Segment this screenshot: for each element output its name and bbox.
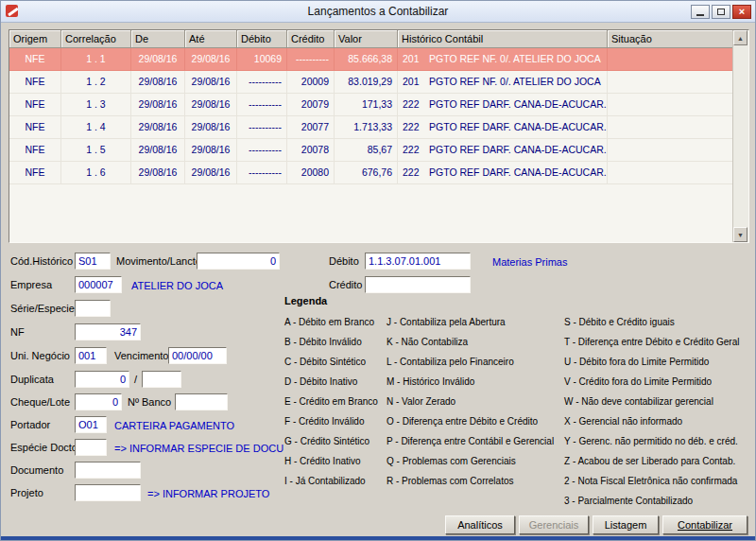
column-header-correlacao[interactable]: Correlação (61, 30, 131, 48)
table-row[interactable]: NFE 1 . 1 29/08/16 29/08/16 10069 ------… (9, 48, 733, 71)
table-row[interactable]: NFE 1 . 5 29/08/16 29/08/16 ---------- 2… (9, 139, 733, 162)
cell-de: 29/08/16 (131, 48, 185, 71)
column-header-situacao[interactable]: Situação (608, 30, 733, 48)
legend-item: H - Crédito Inativo (284, 451, 378, 471)
cell-debito: ---------- (237, 139, 287, 162)
cell-origem: NFE (9, 162, 61, 184)
serie-especie-label: Série/Especie (10, 303, 75, 314)
column-header-debito[interactable]: Débito (237, 30, 287, 48)
cell-situacao (608, 71, 733, 94)
legend-item: 3 - Parcialmente Contabilizado (564, 491, 739, 511)
cell-de: 29/08/16 (131, 116, 185, 139)
vertical-scrollbar[interactable]: ▲ ▼ (732, 30, 748, 242)
cell-valor: 1.713,33 (335, 116, 398, 139)
cell-origem: NFE (9, 48, 61, 71)
analiticos-button[interactable]: Analíticos (445, 515, 515, 534)
cell-debito: ---------- (237, 162, 287, 184)
num-banco-input[interactable] (175, 393, 228, 410)
column-header-credito[interactable]: Crédito (287, 30, 335, 48)
cell-credito: ---------- (287, 48, 335, 71)
movimento-label: Movimento/Lancto (116, 255, 201, 267)
minimize-icon (696, 14, 704, 16)
table-row[interactable]: NFE 1 . 3 29/08/16 29/08/16 ---------- 2… (9, 94, 733, 116)
cell-origem: NFE (9, 139, 61, 162)
scroll-down-button[interactable]: ▼ (733, 227, 747, 242)
projeto-input[interactable] (75, 484, 141, 501)
portador-label: Portador (10, 419, 50, 430)
minimize-button[interactable] (691, 5, 710, 19)
empresa-hint: ATELIER DO JOCA (131, 280, 223, 291)
legend-item: D - Débito Inativo (284, 372, 378, 392)
cell-origem: NFE (9, 71, 61, 94)
movimento-input[interactable] (197, 253, 280, 270)
legend-item: C - Débito Sintético (284, 352, 378, 372)
uni-negocio-label: Uni. Negócio (10, 350, 70, 361)
column-header-origem[interactable]: Origem (9, 30, 61, 48)
cell-situacao (608, 48, 733, 71)
documento-input[interactable] (75, 462, 141, 479)
gerenciais-button[interactable]: Gerenciais (519, 515, 589, 534)
legend-item: L - Contabiliza pelo Financeiro (387, 352, 554, 372)
close-button[interactable]: × (732, 5, 751, 19)
legend-column-2: J - Contabiliza pela Abertura K - Não Co… (387, 312, 554, 491)
especie-docto-label: Espécie Docto (10, 442, 77, 453)
cell-historico: 222PGTO REF DARF. CANA-DE-ACUCAR. (398, 162, 608, 184)
cell-historico: 201PGTO REF NF. 0/. ATELIER DO JOCA (398, 71, 608, 94)
cell-ate: 29/08/16 (185, 71, 237, 94)
maximize-icon (717, 9, 725, 15)
cell-correlacao: 1 . 1 (61, 48, 131, 71)
table-row[interactable]: NFE 1 . 2 29/08/16 29/08/16 ---------- 2… (9, 71, 733, 94)
legend-item: T - Diferença entre Débito e Crédito Ger… (564, 332, 739, 352)
cell-credito: 20080 (287, 162, 335, 184)
empresa-input[interactable] (75, 276, 122, 293)
duplicata-label: Duplicata (10, 374, 54, 385)
cod-historico-input[interactable] (75, 253, 111, 270)
column-header-valor[interactable]: Valor (335, 30, 398, 48)
legend-item: S - Débito e Crédito iguais (564, 312, 739, 332)
listagem-button[interactable]: Listagem (593, 515, 659, 534)
cheque-lote-input[interactable] (75, 393, 122, 410)
scroll-up-button[interactable]: ▲ (733, 30, 747, 45)
cell-valor: 85,67 (335, 139, 398, 162)
credito-input[interactable] (365, 276, 471, 293)
duplicata-parcela-input[interactable] (142, 371, 181, 388)
contabilizar-button[interactable]: Contabilizar (662, 515, 747, 534)
cell-valor: 85.666,38 (335, 48, 398, 71)
cell-credito: 20077 (287, 116, 335, 139)
table-row[interactable]: NFE 1 . 4 29/08/16 29/08/16 ---------- 2… (9, 116, 733, 139)
projeto-hint: => INFORMAR PROJETO (147, 488, 269, 499)
table-row[interactable]: NFE 1 . 6 29/08/16 29/08/16 ---------- 2… (9, 162, 733, 184)
cell-debito: ---------- (237, 94, 287, 116)
uni-negocio-input[interactable] (75, 347, 107, 364)
legend-item: Q - Problemas com Gerenciais (387, 451, 554, 471)
vencimento-input[interactable] (168, 347, 227, 364)
especie-docto-input[interactable] (75, 439, 107, 456)
cell-valor: 171,33 (335, 94, 398, 116)
cell-ate: 29/08/16 (185, 94, 237, 116)
cell-situacao (608, 162, 733, 184)
duplicata-input[interactable] (75, 371, 129, 388)
cell-correlacao: 1 . 2 (61, 71, 131, 94)
cell-situacao (608, 94, 733, 116)
empresa-label: Empresa (10, 279, 52, 290)
column-header-historico[interactable]: Histórico Contábil (398, 30, 608, 48)
legend-item: X - Gerencial não informado (564, 411, 739, 431)
legend-item: F - Crédito Inválido (284, 411, 378, 431)
serie-especie-input[interactable] (75, 300, 111, 317)
legend-item: N - Valor Zerado (387, 392, 554, 411)
legend-item: R - Problemas com Correlatos (387, 471, 554, 491)
column-header-de[interactable]: De (131, 30, 185, 48)
legend-item: J - Contabiliza pela Abertura (387, 312, 554, 332)
portador-input[interactable] (75, 416, 107, 433)
debito-input[interactable] (365, 253, 471, 270)
legend-item: V - Crédito fora do Limite Permitido (564, 372, 739, 392)
cheque-lote-label: Cheque/Lote (10, 396, 70, 408)
cell-de: 29/08/16 (131, 162, 185, 184)
cell-de: 29/08/16 (131, 139, 185, 162)
nf-input[interactable] (75, 323, 141, 340)
column-header-ate[interactable]: Até (185, 30, 237, 48)
cell-credito: 20009 (287, 71, 335, 94)
vencimento-label: Vencimento (114, 350, 168, 361)
maximize-button[interactable] (712, 5, 730, 19)
up-arrow-icon: ▲ (737, 35, 744, 42)
